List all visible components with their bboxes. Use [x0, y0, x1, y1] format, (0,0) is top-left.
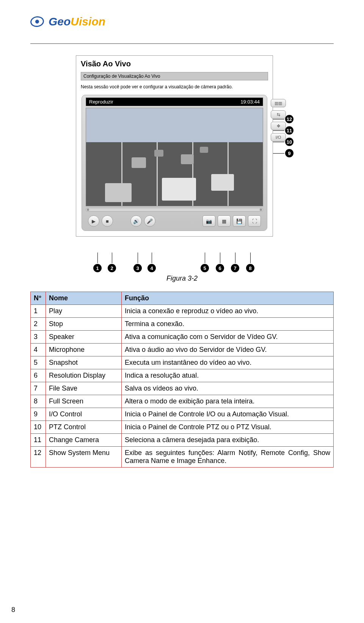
callout-7: 7 [231, 264, 239, 272]
side-buttons: ▥▥ ⇆ ✥ I/O [271, 99, 286, 141]
filesave-button[interactable]: 💾 [233, 215, 246, 227]
cell-nome: PTZ Control [46, 421, 122, 434]
system-menu-button[interactable]: ▥▥ [271, 99, 286, 107]
callout-8: 8 [246, 264, 254, 272]
cell-nome: File Save [46, 382, 122, 395]
header-rule [30, 43, 334, 44]
th-func: Função [122, 292, 334, 305]
cell-func: Ativa o áudio ao vivo do Servidor de Víd… [122, 344, 334, 356]
table-row: 7File SaveSalva os vídeos ao vivo. [31, 382, 334, 395]
cell-n: 12 [31, 447, 46, 468]
cell-func: Salva os vídeos ao vivo. [122, 382, 334, 395]
callout-5: 5 [201, 264, 209, 272]
callout-6: 6 [216, 264, 224, 272]
speaker-button[interactable]: 🔊 [130, 215, 142, 227]
cell-n: 9 [31, 408, 46, 421]
cell-n: 6 [31, 369, 46, 382]
cell-nome: Full Screen [46, 395, 122, 408]
callout-4: 4 [147, 264, 156, 272]
stop-icon: ■ [106, 218, 109, 224]
video-player: Reproduzir 19:03:44 [82, 95, 267, 231]
cell-func: Exibe as seguintes funções: Alarm Notify… [122, 447, 334, 468]
cell-nome: Speaker [46, 331, 122, 344]
cell-func: Inicia o Painel de Controle PTZ ou o PTZ… [122, 421, 334, 434]
cell-nome: Stop [46, 318, 122, 331]
save-icon: 💾 [236, 218, 242, 224]
callout-2: 2 [108, 264, 116, 272]
cell-func: Seleciona a câmera desejada para exibiçã… [122, 434, 334, 447]
table-row: 9I/O ControlInicia o Painel de Controle … [31, 408, 334, 421]
table-row: 1PlayInicia a conexão e reproduz o vídeo… [31, 305, 334, 318]
logo-eye-icon [30, 16, 45, 28]
mic-icon: 🎤 [147, 218, 153, 224]
logo-part1: Geo [49, 15, 71, 28]
table-header-row: N° Nome Função [31, 292, 334, 305]
cell-func: Altera o modo de exibição para tela inte… [122, 395, 334, 408]
brand-logo: GeoUision [30, 15, 334, 28]
snapshot-button[interactable]: 📷 [202, 215, 215, 227]
io-control-button[interactable]: I/O [271, 133, 286, 141]
resolution-button[interactable]: ▦ [218, 215, 231, 227]
cell-n: 7 [31, 382, 46, 395]
cell-n: 10 [31, 421, 46, 434]
table-row: 4MicrophoneAtiva o áudio ao vivo do Serv… [31, 344, 334, 356]
table-row: 11Change CameraSeleciona a câmera deseja… [31, 434, 334, 447]
progress-bar[interactable] [86, 208, 263, 212]
camera-switch-icon: ⇆ [277, 112, 280, 117]
ptz-icon: ✥ [277, 124, 280, 129]
table-row: 3SpeakerAtiva a comunicação com o Servid… [31, 331, 334, 344]
cell-n: 8 [31, 395, 46, 408]
callout-10: 10 [285, 138, 293, 146]
cell-nome: Microphone [46, 344, 122, 356]
liveview-window: Visão Ao Vivo Configuração de Visualizaç… [76, 55, 273, 237]
cell-n: 2 [31, 318, 46, 331]
fullscreen-icon: ⛶ [252, 218, 257, 224]
cell-nome: Change Camera [46, 434, 122, 447]
table-row: 6Resolution DisplayIndica a resolução at… [31, 369, 334, 382]
resolution-icon: ▦ [222, 218, 226, 224]
callout-3: 3 [133, 264, 142, 272]
cell-nome: Play [46, 305, 122, 318]
cell-func: Termina a conexão. [122, 318, 334, 331]
video-area [86, 108, 263, 206]
ptz-control-button[interactable]: ✥ [271, 122, 286, 130]
logo-part2: Uision [71, 15, 105, 28]
menu-icon: ▥▥ [275, 101, 282, 106]
function-table: N° Nome Função 1PlayInicia a conexão e r… [30, 292, 334, 468]
table-row: 12Show System MenuExibe as seguintes fun… [31, 447, 334, 468]
callout-9: 9 [285, 149, 293, 157]
play-icon: ▶ [92, 218, 96, 224]
cell-n: 4 [31, 344, 46, 356]
change-camera-button[interactable]: ⇆ [271, 110, 286, 119]
th-n: N° [31, 292, 46, 305]
figure-wrap: Visão Ao Vivo Configuração de Visualizaç… [76, 55, 288, 267]
player-label-left: Reproduzir [89, 99, 113, 105]
th-nome: Nome [46, 292, 122, 305]
window-description: Nesta sessão você pode ver e configurar … [81, 84, 268, 89]
callout-12: 12 [285, 115, 293, 123]
microphone-button[interactable]: 🎤 [144, 215, 155, 227]
cell-func: Ativa a comunicação com o Servidor de Ví… [122, 331, 334, 344]
control-row: ▶ ■ 🔊 🎤 📷 ▦ 💾 ⛶ [86, 215, 263, 227]
table-row: 5SnapshotExecuta um instantâneo do vídeo… [31, 356, 334, 369]
camera-icon: 📷 [206, 218, 212, 224]
cell-n: 1 [31, 305, 46, 318]
cell-nome: I/O Control [46, 408, 122, 421]
cell-n: 5 [31, 356, 46, 369]
player-header: Reproduzir 19:03:44 [86, 97, 263, 106]
play-button[interactable]: ▶ [88, 215, 99, 227]
window-subtitle-bar: Configuração de Visualização Ao Vivo [81, 72, 268, 80]
cell-nome: Resolution Display [46, 369, 122, 382]
io-icon: I/O [276, 135, 281, 140]
cell-nome: Show System Menu [46, 447, 122, 468]
cell-func: Indica a resolução atual. [122, 369, 334, 382]
callout-1: 1 [93, 264, 102, 272]
player-label-right: 19:03:44 [240, 99, 260, 105]
callout-11: 11 [285, 126, 293, 135]
speaker-icon: 🔊 [133, 218, 139, 224]
stop-button[interactable]: ■ [102, 215, 113, 227]
cell-n: 3 [31, 331, 46, 344]
cell-nome: Snapshot [46, 356, 122, 369]
cell-n: 11 [31, 434, 46, 447]
fullscreen-button[interactable]: ⛶ [248, 215, 261, 227]
